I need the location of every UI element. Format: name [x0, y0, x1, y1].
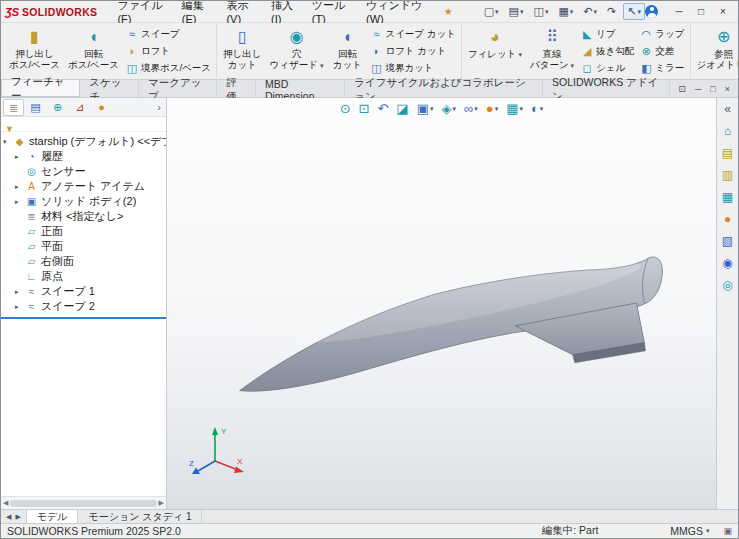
scroll-left-icon[interactable]: ◀ [3, 499, 8, 507]
loft-button[interactable]: ◗ロフト [126, 43, 211, 59]
tree-item[interactable]: ▸◔履歴 [1, 149, 166, 164]
fillet-button[interactable]: ◕フィレット ▾ [464, 24, 526, 78]
scroll-model-tabs-left-icon[interactable]: ◀ [6, 513, 11, 521]
extrude-cut-button[interactable]: ▯押し出しカット [219, 24, 265, 78]
tree-item[interactable]: ▸▣ソリッド ボディ(2) [1, 194, 166, 209]
tab-フィーチャー[interactable]: フィーチャー [1, 80, 80, 97]
tree-item[interactable]: ▸Aアノテート アイテム [1, 179, 166, 194]
hide-show-items-button[interactable]: ∞▾ [464, 101, 478, 116]
rollback-bar[interactable] [1, 317, 166, 319]
shell-button[interactable]: ◻シェル [581, 60, 634, 76]
minimize-document-icon[interactable]: ─ [695, 84, 701, 94]
tree-expand-arrow[interactable]: ▾ [3, 138, 13, 146]
undo-button[interactable]: ↶▾ [580, 4, 600, 19]
display-style-button[interactable]: ◈▾ [441, 101, 456, 116]
scrollbar-thumb[interactable] [10, 500, 156, 507]
favorites-star-icon[interactable]: ★ [444, 6, 453, 17]
appearances-scenes-icon[interactable]: ● [724, 213, 731, 226]
tree-item[interactable]: ▱平面 [1, 239, 166, 254]
view-palette-icon[interactable]: ▦ [722, 191, 733, 204]
user-avatar-icon[interactable] [645, 5, 658, 18]
new-document-button[interactable]: ▢▾ [481, 4, 502, 19]
revolve-cut-button[interactable]: ◖回転カット [327, 24, 367, 78]
edit-appearance-button[interactable]: ●▾ [486, 101, 498, 116]
maximize-window-button[interactable]: □ [690, 6, 712, 17]
tree-item[interactable]: ▱右側面 [1, 254, 166, 269]
bottom-tab-モデル[interactable]: モデル [27, 510, 79, 523]
print-dropdown-icon[interactable]: ▾ [570, 8, 574, 16]
custom-properties-icon[interactable]: ▧ [722, 235, 733, 248]
featuremanager-tree-tab-icon[interactable]: ≣ [3, 99, 24, 116]
propertymanager-tab-icon[interactable]: ▤ [25, 99, 46, 116]
undo-dropdown-icon[interactable]: ▾ [594, 8, 598, 16]
view-orientation-button[interactable]: ▣▾ [417, 101, 434, 116]
linear-pattern-button[interactable]: ⠿直線パターン ▾ [526, 24, 578, 78]
minimize-window-button[interactable]: ─ [668, 6, 690, 17]
new-document-dropdown-icon[interactable]: ▾ [495, 8, 499, 16]
revolve-boss-button[interactable]: ◖回転ボス/ベース [64, 24, 123, 78]
tree-item[interactable]: ▱正面 [1, 224, 166, 239]
edit-appearance-dropdown-icon[interactable]: ▾ [495, 105, 499, 113]
redo-button[interactable]: ↷ [604, 4, 619, 19]
save-dropdown-icon[interactable]: ▾ [545, 8, 549, 16]
hole-wizard-dropdown-icon[interactable]: ▾ [318, 62, 323, 69]
tree-item[interactable]: ∟原点 [1, 269, 166, 284]
displaymanager-tab-icon[interactable]: ● [91, 99, 112, 116]
fillet-dropdown-icon[interactable]: ▾ [517, 51, 522, 58]
draft-button[interactable]: ◢抜き勾配 [581, 43, 634, 59]
view-settings-button[interactable]: ◐▾ [531, 101, 543, 116]
solidworks-resources-icon[interactable]: ⌂ [724, 125, 731, 138]
forum-icon[interactable]: ◎ [722, 279, 732, 292]
select-dropdown-icon[interactable]: ▾ [637, 8, 641, 16]
tab-スケッチ[interactable]: スケッチ [80, 80, 139, 97]
sweep-cut-button[interactable]: ≈スイープ カット [370, 26, 455, 42]
apply-scene-button[interactable]: ▦▾ [506, 101, 523, 116]
section-view-button[interactable]: ◪ [396, 101, 408, 116]
tree-root-item[interactable]: ▾◆starship (デフォルト) <<デフォルト>_表示状 [1, 134, 166, 149]
rib-button[interactable]: ◣リブ [581, 26, 634, 42]
mirror-button[interactable]: ◧ミラー [640, 60, 684, 76]
dimxpertmanager-tab-icon[interactable]: ⊿ [69, 99, 90, 116]
graphics-area[interactable]: ⊙⊡↶◪▣▾◈▾∞▾●▾▦▾◐▾ [167, 98, 716, 509]
zoom-to-fit-button[interactable]: ⊙ [340, 101, 351, 116]
tree-horizontal-scrollbar[interactable]: ◀ ▶ [1, 496, 166, 509]
select-button[interactable]: ↖▾ [623, 3, 645, 20]
loft-cut-button[interactable]: ◗ロフト カット [370, 43, 455, 59]
tab-SOLIDWORKS アドイン[interactable]: SOLIDWORKS アドイン [543, 80, 670, 97]
tree-expand-arrow[interactable]: ▸ [15, 183, 25, 191]
print-button[interactable]: ▦▾ [555, 4, 576, 19]
tab-評価[interactable]: 評価 [217, 80, 255, 97]
pane-flyout-icon[interactable]: › [157, 101, 164, 113]
tree-expand-arrow[interactable]: ▸ [15, 303, 25, 311]
tree-item[interactable]: ≣材料 <指定なし> [1, 209, 166, 224]
apply-scene-dropdown-icon[interactable]: ▾ [519, 105, 523, 113]
save-button[interactable]: ◫▾ [530, 4, 551, 19]
reference-geometry-button[interactable]: ⊕参照ジオメトリ ▾ [693, 24, 738, 78]
tab-ライフサイクルおよびコラボレーション[interactable]: ライフサイクルおよびコラボレーション [345, 80, 543, 97]
expand-taskpane-icon[interactable]: « [724, 103, 731, 116]
boundary-cut-button[interactable]: ◫境界カット [370, 60, 455, 76]
units-selector[interactable]: MMGS ▾ [670, 525, 709, 537]
linear-pattern-dropdown-icon[interactable]: ▾ [569, 62, 574, 69]
bottom-tab-モーション スタディ 1[interactable]: モーション スタディ 1 [78, 510, 202, 523]
restore-document-icon[interactable]: □ [710, 84, 715, 94]
extrude-boss-button[interactable]: ▮押し出しボス/ベース [5, 24, 64, 78]
view-orientation-dropdown-icon[interactable]: ▾ [430, 105, 434, 113]
tree-item[interactable]: ▸≈スイープ 2 [1, 299, 166, 314]
previous-view-button[interactable]: ↶ [377, 101, 388, 116]
tree-expand-arrow[interactable]: ▸ [15, 153, 25, 161]
design-library-icon[interactable]: ▤ [722, 147, 733, 160]
hide-show-items-dropdown-icon[interactable]: ▾ [474, 105, 478, 113]
status-options-icon[interactable]: ▣ [723, 526, 732, 536]
tree-expand-arrow[interactable]: ▸ [15, 198, 25, 206]
close-window-button[interactable]: × [712, 6, 734, 17]
view-settings-dropdown-icon[interactable]: ▾ [540, 105, 544, 113]
ribbon-display-options-icon[interactable]: ⊡ [678, 84, 686, 94]
close-document-icon[interactable]: × [725, 84, 730, 94]
scroll-model-tabs-right-icon[interactable]: ▶ [15, 513, 20, 521]
tree-item[interactable]: ▸≈スイープ 1 [1, 284, 166, 299]
display-style-dropdown-icon[interactable]: ▾ [452, 105, 456, 113]
tree-expand-arrow[interactable]: ▸ [15, 288, 25, 296]
configurationmanager-tab-icon[interactable]: ⊕ [47, 99, 68, 116]
hole-wizard-button[interactable]: ◉穴ウィザード ▾ [266, 24, 328, 78]
